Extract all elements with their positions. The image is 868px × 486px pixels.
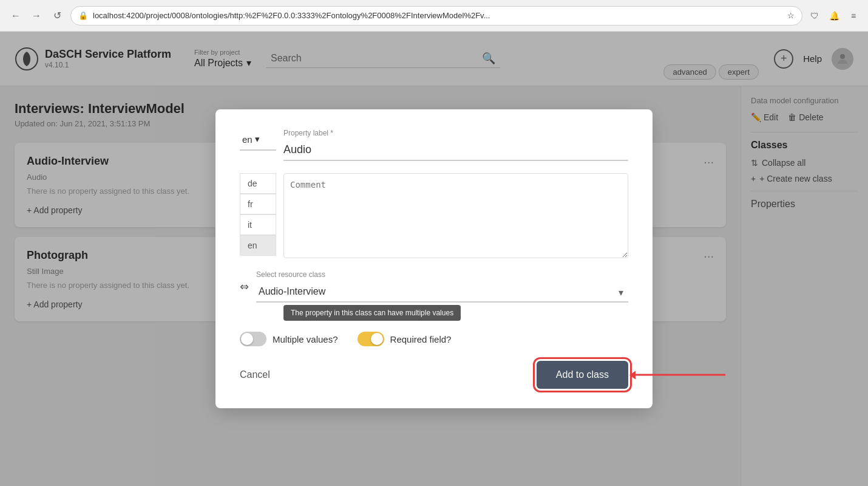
lang-option-it[interactable]: it xyxy=(240,214,276,235)
lang-option-de[interactable]: de xyxy=(240,173,276,194)
back-button[interactable]: ← xyxy=(7,7,24,24)
lang-option-en[interactable]: en xyxy=(240,235,276,256)
resource-row: ⇔ Select resource class Audio-Interview … xyxy=(240,270,628,303)
multiple-values-label: Multiple values? xyxy=(273,334,338,344)
resource-wrap: Select resource class Audio-Interview ▾ xyxy=(256,270,628,303)
required-field-toggle[interactable] xyxy=(358,332,384,346)
add-to-class-button[interactable]: Add to class xyxy=(537,361,628,389)
url-text: localhost:4200/project/0008/ontologies/h… xyxy=(93,11,490,20)
field-label: Property label * xyxy=(283,129,628,137)
star-icon: ☆ xyxy=(787,11,795,20)
resource-class-select[interactable]: Audio-Interview xyxy=(256,281,628,303)
forward-button[interactable]: → xyxy=(28,7,45,24)
add-to-class-wrap: Add to class xyxy=(537,361,628,389)
lock-icon: 🔒 xyxy=(78,11,88,20)
dialog-actions: Cancel Add to class xyxy=(240,361,628,389)
browser-chrome: ← → ↺ 🔒 localhost:4200/project/0008/onto… xyxy=(0,0,868,32)
browser-icons: 🛡 🔔 ≡ xyxy=(807,9,861,23)
property-label-row: en ▾ Property label * xyxy=(240,129,628,161)
resource-section: ⇔ Select resource class Audio-Interview … xyxy=(240,270,628,303)
lang-chevron-icon: ▾ xyxy=(255,134,260,145)
red-arrow xyxy=(634,374,725,376)
lang-select-button[interactable]: en ▾ xyxy=(240,129,276,151)
property-label-wrap: Property label * xyxy=(283,129,628,161)
multiple-values-group: Multiple values? xyxy=(240,332,338,346)
lang-dropdown: de fr it en xyxy=(240,173,276,258)
cancel-button[interactable]: Cancel xyxy=(240,369,270,380)
lang-option-fr[interactable]: fr xyxy=(240,194,276,214)
refresh-button[interactable]: ↺ xyxy=(49,7,66,24)
required-field-label: Required field? xyxy=(390,334,452,344)
browser-nav-buttons: ← → ↺ xyxy=(7,7,66,24)
resource-class-label: Select resource class xyxy=(256,270,628,279)
comment-textarea[interactable] xyxy=(283,173,628,258)
tooltip: The property in this class can have mult… xyxy=(283,305,461,321)
dialog: en ▾ Property label * de fr it en ⇔ xyxy=(215,109,653,408)
address-bar[interactable]: 🔒 localhost:4200/project/0008/ontologies… xyxy=(70,6,802,26)
notifications-icon: 🔔 xyxy=(827,9,841,23)
toggles-row: Multiple values? Required field? xyxy=(240,332,628,346)
multiple-values-toggle[interactable] xyxy=(240,332,266,346)
menu-icon: ≡ xyxy=(846,9,861,23)
resource-icon: ⇔ xyxy=(240,280,249,293)
overlay: en ▾ Property label * de fr it en ⇔ xyxy=(0,32,868,486)
required-field-group: Required field? xyxy=(358,332,452,346)
lang-value: en xyxy=(242,134,253,145)
resource-select-wrap: Audio-Interview ▾ xyxy=(256,281,628,303)
shield-icon: 🛡 xyxy=(807,9,822,23)
comment-row: de fr it en xyxy=(240,173,628,258)
arrow-line xyxy=(634,374,725,376)
property-label-input[interactable] xyxy=(283,140,628,161)
